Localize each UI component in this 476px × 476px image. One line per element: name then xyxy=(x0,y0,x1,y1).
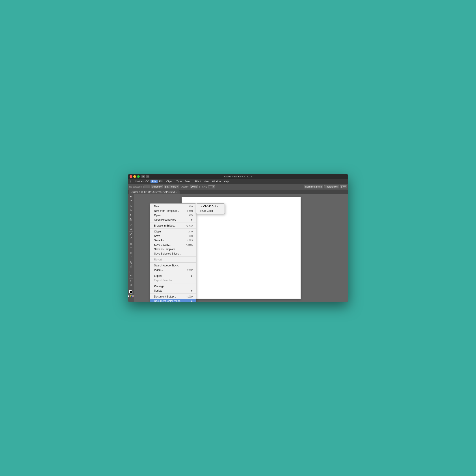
doc-tab-bar: Untitled-1 @ 101.09% (CMYK/GPU Preview) … xyxy=(128,190,348,194)
tool-separator-4 xyxy=(129,231,133,232)
menu-item-cmyk[interactable]: ✓ CMYK Color xyxy=(196,204,224,209)
menu-object[interactable]: Object xyxy=(165,180,175,183)
tool-separator-1 xyxy=(129,203,133,204)
svg-rect-27 xyxy=(131,266,131,268)
direct-selection-tool[interactable] xyxy=(129,199,133,202)
pen-tool[interactable] xyxy=(129,204,133,208)
zoom-tool[interactable] xyxy=(129,283,133,287)
svg-rect-28 xyxy=(132,265,132,268)
menu-item-package[interactable]: Package... xyxy=(150,284,196,289)
menu-item-close[interactable]: Close ⌘W xyxy=(150,229,196,234)
stroke-size-select[interactable]: 5 pt. Round xyxy=(164,185,179,188)
menu-item-save-as[interactable]: Save As... ⇧⌘S xyxy=(150,238,196,243)
menu-effect[interactable]: Effect xyxy=(193,180,202,183)
doc-tab[interactable]: Untitled-1 @ 101.09% (CMYK/GPU Preview) … xyxy=(129,190,180,194)
menu-item-new-template[interactable]: New from Template... ⇧⌘N xyxy=(150,209,196,213)
toolbox: + T T xyxy=(128,194,134,302)
chart-tool[interactable] xyxy=(129,265,133,268)
opacity-value[interactable]: 100% xyxy=(190,185,198,188)
chevron-right-icon xyxy=(199,186,201,188)
blend-tool[interactable] xyxy=(129,274,133,278)
doc-tab-close[interactable]: × xyxy=(176,191,177,193)
home-icon[interactable] xyxy=(141,175,145,178)
slice-tool[interactable] xyxy=(129,270,133,274)
line-tool[interactable] xyxy=(129,223,133,226)
menu-item-scripts[interactable]: Scripts ▶ xyxy=(150,289,196,293)
svg-rect-32 xyxy=(131,275,132,276)
menu-item-open-recent[interactable]: Open Recent Files ▶ xyxy=(150,218,196,222)
tool-separator-5 xyxy=(129,241,133,241)
uniform-select[interactable]: Uniform xyxy=(151,185,163,188)
menu-item-document-setup[interactable]: Document Setup... ⌥⌘P xyxy=(150,294,196,299)
pencil-tool[interactable] xyxy=(129,237,133,240)
svg-rect-1 xyxy=(148,176,149,176)
app-window: Adobe Illustrator CC 2019  Illustrator … xyxy=(128,174,348,302)
selection-tool[interactable] xyxy=(129,195,133,198)
menu-help[interactable]: Help xyxy=(222,180,231,183)
warp-tool[interactable] xyxy=(129,251,133,255)
shape-builder-tool[interactable] xyxy=(129,261,133,264)
add-anchor-tool[interactable]: + xyxy=(129,208,133,212)
area-type-tool[interactable]: T xyxy=(129,218,133,221)
maximize-button[interactable] xyxy=(137,175,140,178)
menu-select[interactable]: Select xyxy=(183,180,193,183)
apple-menu[interactable]:  xyxy=(129,179,133,184)
menu-window[interactable]: Window xyxy=(210,180,222,183)
tool-separator-9 xyxy=(129,278,133,279)
preferences-button[interactable]: Preferences xyxy=(324,185,339,188)
hand-tool[interactable] xyxy=(129,279,133,283)
menu-item-document-color-mode[interactable]: Document Color Mode ▶ xyxy=(150,299,196,302)
svg-text:T: T xyxy=(130,214,131,217)
rotate-tool[interactable] xyxy=(129,246,133,249)
menu-item-place[interactable]: Place... ⇧⌘P xyxy=(150,268,196,272)
menu-item-save-copy[interactable]: Save a Copy... ⌥⌘S xyxy=(150,243,196,247)
free-transform-tool[interactable] xyxy=(129,255,133,259)
svg-rect-3 xyxy=(148,177,149,178)
menu-edit[interactable]: Edit xyxy=(158,180,165,183)
svg-text:T: T xyxy=(130,218,131,221)
svg-rect-31 xyxy=(130,275,131,276)
arrange-icon[interactable] xyxy=(146,175,149,178)
tool-separator-3 xyxy=(129,222,133,222)
menu-item-save[interactable]: Save ⌘S xyxy=(150,234,196,238)
view-options-select[interactable] xyxy=(340,185,347,188)
menu-item-open[interactable]: Open... ⌘O xyxy=(150,213,196,218)
traffic-lights xyxy=(130,175,140,178)
menu-file[interactable]: File xyxy=(151,180,158,183)
no-selection-label: No Selection xyxy=(129,186,142,188)
menu-item-browse-bridge[interactable]: Browse in Bridge... ⌥⌘O xyxy=(150,223,196,228)
svg-line-35 xyxy=(131,286,132,286)
menu-illustrator-cc[interactable]: Illustrator CC xyxy=(133,180,151,183)
paintbrush-tool[interactable] xyxy=(129,233,133,236)
tool-separator-2 xyxy=(129,213,133,213)
menu-item-new[interactable]: New... ⌘N xyxy=(150,204,196,209)
menu-item-rgb[interactable]: RGB Color xyxy=(196,209,224,213)
stroke-color-box[interactable] xyxy=(130,291,133,293)
stroke-select[interactable] xyxy=(143,186,150,188)
menu-sep-5 xyxy=(150,273,196,273)
rect-tool[interactable] xyxy=(129,227,133,231)
tool-separator-8 xyxy=(129,269,133,269)
svg-marker-5 xyxy=(160,186,162,187)
menu-item-export[interactable]: Export ▶ xyxy=(150,274,196,278)
gradient-icon[interactable] xyxy=(130,295,132,297)
type-tool[interactable]: T xyxy=(129,214,133,217)
document-setup-button[interactable]: Document Setup xyxy=(304,185,323,188)
close-button[interactable] xyxy=(130,175,132,178)
style-select[interactable] xyxy=(208,185,215,188)
more-tools-dots[interactable]: ··· xyxy=(130,298,132,301)
minimize-button[interactable] xyxy=(133,175,136,178)
svg-point-25 xyxy=(131,262,132,264)
opacity-label: Opacity: xyxy=(181,186,189,188)
menu-view[interactable]: View xyxy=(202,180,211,183)
menu-item-save-slices[interactable]: Save Selected Slices... xyxy=(150,252,196,256)
menu-item-search-stock[interactable]: Search Adobe Stock... xyxy=(150,263,196,268)
none-icon[interactable] xyxy=(128,295,129,297)
menu-type[interactable]: Type xyxy=(175,180,183,183)
menu-item-save-template[interactable]: Save as Template... xyxy=(150,247,196,252)
svg-rect-26 xyxy=(130,266,131,268)
eraser-tool[interactable] xyxy=(129,242,133,245)
svg-rect-0 xyxy=(147,176,148,176)
svg-point-19 xyxy=(130,235,131,236)
style-label: Style xyxy=(202,186,207,188)
